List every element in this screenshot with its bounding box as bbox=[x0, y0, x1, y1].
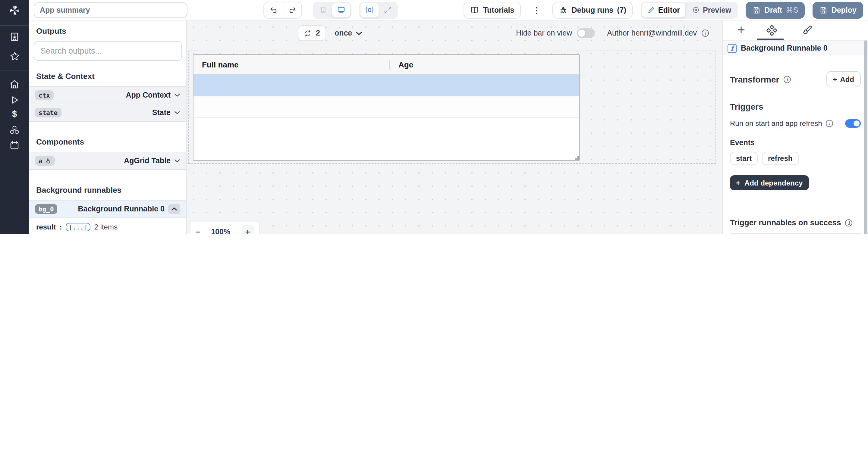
panel-tabs bbox=[723, 21, 868, 40]
schedule-dropdown[interactable]: once bbox=[335, 29, 362, 37]
ctx-row[interactable]: ctx App Context bbox=[29, 86, 186, 104]
run-on-start-label: Run on start and app refresh bbox=[730, 119, 822, 128]
info-icon[interactable]: i bbox=[826, 120, 833, 127]
background-runnables-heading: Background runnables bbox=[29, 178, 186, 195]
active-tab-underline bbox=[757, 38, 784, 40]
plus-icon bbox=[736, 25, 746, 35]
column-header-full-name[interactable]: Full name bbox=[193, 60, 390, 69]
home-icon[interactable] bbox=[0, 79, 29, 90]
save-icon bbox=[819, 6, 828, 14]
add-transformer-button[interactable]: + Add bbox=[826, 71, 861, 87]
chevron-up-icon bbox=[171, 207, 177, 211]
deploy-label: Deploy bbox=[832, 6, 857, 14]
more-menu-button[interactable]: ⋮ bbox=[529, 5, 544, 15]
components-settings-tab[interactable] bbox=[766, 25, 778, 36]
table-row-selected[interactable] bbox=[193, 75, 579, 96]
result-note: 2 items bbox=[94, 223, 118, 231]
zoom-control: − 100% + bbox=[190, 222, 260, 234]
draft-button[interactable]: Draft ⌘S bbox=[746, 1, 805, 19]
author-label: Author henri@windmill.dev bbox=[607, 29, 697, 37]
undo-button[interactable] bbox=[264, 2, 283, 18]
app-summary-input[interactable] bbox=[34, 2, 187, 18]
selected-runnable-header: f Background Runnable 0 bbox=[723, 40, 868, 56]
run-on-start-toggle[interactable] bbox=[845, 119, 861, 128]
function-icon: f bbox=[727, 44, 737, 53]
components-heading: Components bbox=[29, 130, 186, 146]
info-icon[interactable]: i bbox=[702, 30, 709, 37]
hand-pointer-icon bbox=[45, 158, 52, 164]
aggrid-table-component[interactable]: Full name Age bbox=[193, 54, 580, 161]
nav-sidebar: $ bbox=[0, 0, 29, 234]
transformer-heading: Transformer bbox=[730, 74, 779, 84]
debug-runs-button[interactable]: Debug runs (7) bbox=[552, 1, 632, 19]
refresh-icon bbox=[304, 29, 312, 37]
mobile-view-button[interactable] bbox=[314, 3, 332, 17]
style-tab[interactable] bbox=[802, 25, 812, 36]
debug-runs-label: Debug runs bbox=[571, 6, 613, 14]
result-array-box[interactable]: [...] bbox=[65, 223, 90, 231]
bg0-badge: bg_0 bbox=[35, 204, 58, 214]
refresh-count: 2 bbox=[316, 29, 320, 37]
bug-icon bbox=[559, 5, 568, 14]
trigger-on-success-heading: Trigger runnables on success bbox=[730, 218, 841, 227]
table-row[interactable] bbox=[193, 96, 579, 118]
draft-label: Draft bbox=[765, 6, 782, 14]
hide-bar-label: Hide bar on view bbox=[516, 29, 572, 37]
collapse-button[interactable] bbox=[168, 204, 180, 214]
windmill-logo[interactable] bbox=[0, 0, 29, 21]
calendar-icon[interactable] bbox=[0, 140, 29, 151]
resize-handle[interactable] bbox=[575, 156, 579, 160]
column-header-age[interactable]: Age bbox=[390, 60, 413, 69]
bg0-row[interactable]: bg_0 Background Runnable 0 bbox=[29, 200, 186, 218]
editor-tab[interactable]: Editor bbox=[642, 3, 685, 17]
triggers-heading: Triggers bbox=[730, 102, 861, 111]
settings-panel: f Background Runnable 0 Transformeri + A… bbox=[722, 21, 868, 234]
refresh-count-button[interactable]: 2 bbox=[298, 25, 326, 41]
hide-bar-toggle[interactable] bbox=[577, 28, 595, 38]
redo-button[interactable] bbox=[283, 2, 301, 18]
chevron-down-icon[interactable] bbox=[174, 111, 180, 114]
star-icon[interactable] bbox=[0, 51, 29, 62]
building-icon[interactable] bbox=[0, 31, 29, 42]
editor-label: Editor bbox=[658, 6, 680, 14]
cubes-icon[interactable] bbox=[0, 125, 29, 136]
search-outputs-input[interactable] bbox=[34, 41, 182, 61]
app-window: $ bbox=[0, 0, 868, 234]
selected-runnable-title: Background Runnable 0 bbox=[741, 44, 828, 53]
state-context-heading: State & Context bbox=[29, 64, 186, 81]
center-layout-button[interactable] bbox=[361, 3, 378, 17]
component-a-row[interactable]: a AgGrid Table bbox=[29, 152, 186, 170]
insert-tab[interactable] bbox=[736, 25, 746, 35]
pencil-icon bbox=[647, 6, 655, 14]
chevron-down-icon[interactable] bbox=[174, 159, 180, 163]
draft-shortcut: ⌘S bbox=[786, 5, 798, 14]
info-icon[interactable]: i bbox=[783, 76, 790, 83]
zoom-out-button[interactable]: − bbox=[195, 227, 200, 234]
desktop-view-button[interactable] bbox=[332, 3, 350, 17]
editor-preview-toggle: Editor Preview bbox=[641, 1, 738, 19]
state-label: State bbox=[152, 108, 170, 117]
play-icon[interactable] bbox=[0, 95, 29, 105]
save-icon bbox=[752, 6, 761, 14]
preview-tab[interactable]: Preview bbox=[687, 3, 737, 17]
outputs-panel: Outputs State & Context ctx App Context … bbox=[29, 21, 187, 234]
topbar: Tutorials ⋮ Debug runs (7) Editor Previe… bbox=[29, 0, 868, 21]
tutorials-button[interactable]: Tutorials bbox=[464, 1, 521, 19]
state-badge: state bbox=[35, 108, 61, 118]
chevron-down-icon[interactable] bbox=[174, 93, 180, 97]
deploy-button[interactable]: Deploy bbox=[813, 1, 863, 19]
panel-scrollbar[interactable] bbox=[864, 40, 867, 234]
zoom-in-button[interactable]: + bbox=[241, 225, 254, 234]
ctx-label: App Context bbox=[126, 91, 170, 99]
info-icon[interactable]: i bbox=[845, 219, 852, 226]
app-canvas[interactable]: 2 once Hide bar on view Author henri@win… bbox=[187, 21, 722, 234]
paintbrush-icon bbox=[802, 25, 812, 36]
event-refresh-badge: refresh bbox=[762, 152, 798, 165]
add-dependency-button[interactable]: + Add dependency bbox=[730, 175, 809, 190]
canvas-toolbar: 2 once Hide bar on view Author henri@win… bbox=[187, 21, 722, 46]
outputs-title: Outputs bbox=[29, 21, 186, 36]
dollar-icon[interactable]: $ bbox=[0, 108, 29, 119]
bg0-label: Background Runnable 0 bbox=[78, 205, 164, 213]
state-row[interactable]: state State bbox=[29, 104, 186, 122]
expand-layout-button[interactable] bbox=[378, 3, 397, 17]
